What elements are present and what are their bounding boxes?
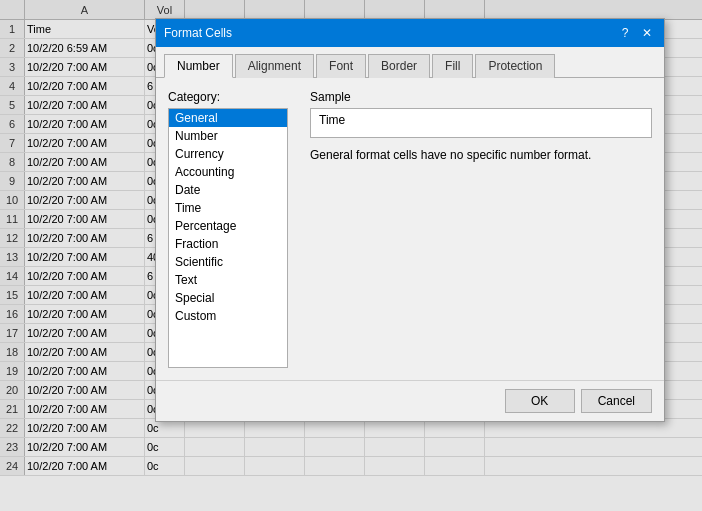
ok-button[interactable]: OK <box>505 389 575 413</box>
tab-number[interactable]: Number <box>164 54 233 78</box>
category-item-accounting[interactable]: Accounting <box>169 163 287 181</box>
help-button[interactable]: ? <box>616 24 634 42</box>
category-item-custom[interactable]: Custom <box>169 307 287 325</box>
tab-protection[interactable]: Protection <box>475 54 555 78</box>
sample-box: Time <box>310 108 652 138</box>
category-item-special[interactable]: Special <box>169 289 287 307</box>
category-item-scientific[interactable]: Scientific <box>169 253 287 271</box>
dialog-title: Format Cells <box>164 26 232 40</box>
list-wrapper: GeneralNumberCurrencyAccountingDateTimeP… <box>168 108 298 368</box>
dialog-footer: OK Cancel <box>156 380 664 421</box>
sample-value: Time <box>319 113 345 127</box>
category-item-fraction[interactable]: Fraction <box>169 235 287 253</box>
tab-font[interactable]: Font <box>316 54 366 78</box>
category-item-currency[interactable]: Currency <box>169 145 287 163</box>
category-item-percentage[interactable]: Percentage <box>169 217 287 235</box>
category-item-text[interactable]: Text <box>169 271 287 289</box>
content-layout: Category: GeneralNumberCurrencyAccountin… <box>168 90 652 368</box>
category-item-time[interactable]: Time <box>169 199 287 217</box>
category-label: Category: <box>168 90 298 104</box>
dialog-content: Category: GeneralNumberCurrencyAccountin… <box>156 78 664 380</box>
tab-fill[interactable]: Fill <box>432 54 473 78</box>
dialog-title-bar: Format Cells ? ✕ <box>156 19 664 47</box>
category-item-general[interactable]: General <box>169 109 287 127</box>
tab-border[interactable]: Border <box>368 54 430 78</box>
format-cells-dialog: Format Cells ? ✕ Number Alignment Font B… <box>155 18 665 422</box>
category-list[interactable]: GeneralNumberCurrencyAccountingDateTimeP… <box>168 108 288 368</box>
dialog-overlay: Format Cells ? ✕ Number Alignment Font B… <box>0 0 702 511</box>
description-text: General format cells have no specific nu… <box>310 148 652 162</box>
title-buttons: ? ✕ <box>616 24 656 42</box>
left-panel: Category: GeneralNumberCurrencyAccountin… <box>168 90 298 368</box>
tab-alignment[interactable]: Alignment <box>235 54 314 78</box>
tabs-bar: Number Alignment Font Border Fill Protec… <box>156 47 664 78</box>
category-item-date[interactable]: Date <box>169 181 287 199</box>
close-button[interactable]: ✕ <box>638 24 656 42</box>
category-item-number[interactable]: Number <box>169 127 287 145</box>
sample-label: Sample <box>310 90 652 104</box>
right-panel: Sample Time General format cells have no… <box>310 90 652 368</box>
cancel-button[interactable]: Cancel <box>581 389 652 413</box>
